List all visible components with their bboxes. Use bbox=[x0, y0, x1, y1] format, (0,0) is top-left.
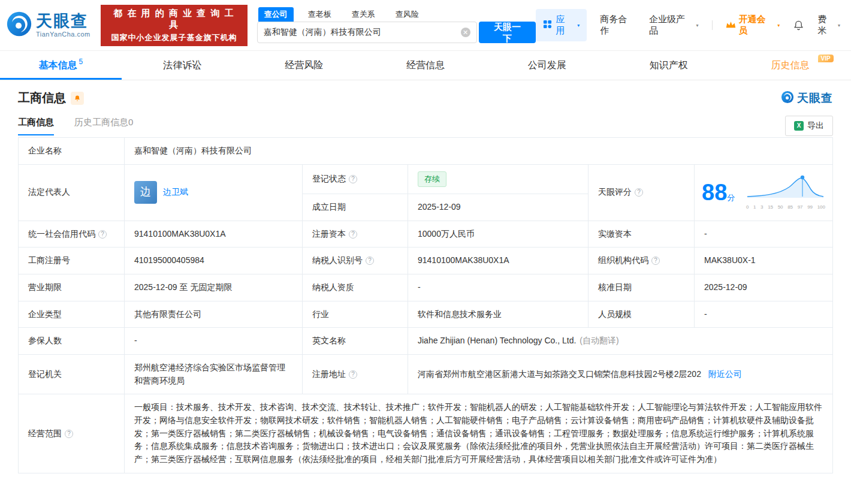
subtab-current-info[interactable]: 工商信息 bbox=[18, 117, 54, 135]
org-code-label: 组织机构代码 bbox=[589, 248, 695, 274]
row-credit-code: 统一社会信用代码 91410100MAK38U0X1A 注册资本 10000万人… bbox=[19, 221, 833, 248]
user-menu[interactable]: 费米 ▾ bbox=[817, 14, 840, 37]
help-icon[interactable] bbox=[635, 188, 643, 197]
company-name-label: 企业名称 bbox=[19, 138, 125, 165]
status-badge: 存续 bbox=[418, 171, 446, 187]
tab-intellectual-property[interactable]: 知识产权 bbox=[608, 51, 729, 80]
score-unit: 分 bbox=[727, 193, 735, 202]
clear-search-icon[interactable]: ✕ bbox=[461, 28, 470, 37]
tab-operating-info[interactable]: 经营信息 bbox=[365, 51, 487, 80]
reg-status-value: 存续 bbox=[408, 164, 589, 194]
insured-label: 参保人数 bbox=[19, 328, 125, 355]
chevron-down-icon: ▾ bbox=[696, 23, 699, 28]
english-name-label: 英文名称 bbox=[303, 328, 408, 355]
auto-translate-note: (自动翻译) bbox=[580, 336, 618, 345]
brand-slogan-banner: 都 在 用 的 商 业 查 询 工 具 国家中小企业发展子基金旗下机构 bbox=[101, 5, 248, 46]
apps-button[interactable]: 应用 ▾ bbox=[536, 9, 587, 41]
search-box[interactable]: ✕ bbox=[257, 22, 477, 43]
industry-label: 行业 bbox=[303, 301, 408, 328]
score-value[interactable]: 88 bbox=[702, 180, 727, 205]
notification-bell-icon[interactable] bbox=[793, 20, 804, 31]
business-cooperation-link[interactable]: 商务合作 bbox=[600, 14, 636, 37]
search-tab-boss[interactable]: 查老板 bbox=[302, 7, 337, 22]
chevron-down-icon: ▾ bbox=[777, 23, 780, 28]
tianyancha-logo-icon bbox=[6, 11, 32, 40]
export-button[interactable]: 导出 bbox=[785, 116, 833, 136]
company-type-label: 企业类型 bbox=[19, 301, 125, 328]
legal-rep-avatar[interactable]: 边 bbox=[134, 181, 157, 204]
search-tabs: 查公司 查老板 查关系 查风险 bbox=[258, 7, 425, 22]
enterprise-product-label: 企业级产品 bbox=[649, 14, 694, 37]
tab-history-info[interactable]: 历史信息 VIP bbox=[729, 51, 851, 80]
search-input[interactable] bbox=[264, 28, 461, 37]
subtab-history-info[interactable]: 历史工商信息0 bbox=[74, 117, 133, 135]
nearby-companies-link[interactable]: 附近公司 bbox=[708, 369, 742, 379]
tab-legal-proceedings[interactable]: 法律诉讼 bbox=[122, 51, 243, 80]
row-business-scope: 经营范围 一般项目：技术服务、技术开发、技术咨询、技术交流、技术转让、技术推广；… bbox=[19, 394, 833, 473]
search-button[interactable]: 天眼一下 bbox=[479, 22, 536, 43]
tab-basic-info[interactable]: 基本信息 5 bbox=[0, 51, 122, 80]
help-icon[interactable] bbox=[349, 370, 357, 379]
watermark-brand-text: 天眼查 bbox=[797, 90, 833, 106]
enterprise-product-link[interactable]: 企业级产品 ▾ bbox=[649, 14, 699, 37]
legal-rep-link[interactable]: 边卫斌 bbox=[163, 186, 188, 199]
org-code-value: MAK38U0X-1 bbox=[695, 248, 833, 274]
insured-value: - bbox=[125, 328, 303, 355]
brand-domain: TianYanCha.com bbox=[36, 31, 90, 38]
taxpayer-id-value: 91410100MAK38U0X1A bbox=[408, 248, 589, 274]
excel-icon bbox=[794, 121, 804, 131]
business-info-subtabs: 工商信息 历史工商信息0 bbox=[18, 117, 133, 135]
row-insured: 参保人数 - 英文名称 Jiahe Zhijian (Henan) Techno… bbox=[19, 328, 833, 355]
reg-number-label: 工商注册号 bbox=[19, 248, 125, 274]
reg-capital-value: 10000万人民币 bbox=[408, 221, 589, 248]
help-icon[interactable] bbox=[349, 230, 357, 239]
score-distribution-chart: 0 1 3 15 50 85 97 99 100 bbox=[746, 174, 825, 211]
help-icon[interactable] bbox=[349, 175, 357, 183]
tab-company-development[interactable]: 公司发展 bbox=[486, 51, 608, 80]
row-company-name: 企业名称 嘉和智健（河南）科技有限公司 bbox=[19, 138, 833, 165]
company-type-value: 其他有限责任公司 bbox=[125, 301, 303, 328]
help-icon[interactable] bbox=[65, 430, 73, 438]
search-tab-relation[interactable]: 查关系 bbox=[346, 7, 381, 22]
help-icon[interactable] bbox=[98, 230, 107, 239]
legal-rep-cell: 边 边卫斌 bbox=[125, 164, 303, 221]
tianyancha-watermark: 天眼查 bbox=[781, 90, 833, 106]
address-label: 注册地址 bbox=[303, 354, 408, 394]
tianyancha-logo[interactable]: 天眼查 TianYanCha.com bbox=[6, 11, 95, 40]
business-registration-table: 企业名称 嘉和智健（河南）科技有限公司 法定代表人 边 边卫斌 登记状态 存续 … bbox=[18, 137, 833, 473]
export-label: 导出 bbox=[807, 120, 824, 131]
crown-icon bbox=[726, 20, 736, 31]
industry-value: 软件和信息技术服务业 bbox=[408, 301, 589, 328]
apps-grid-icon bbox=[543, 20, 552, 31]
top-header: 天眼查 TianYanCha.com 都 在 用 的 商 业 查 询 工 具 国… bbox=[0, 0, 851, 50]
credit-code-value: 91410100MAK38U0X1A bbox=[125, 221, 303, 248]
help-icon[interactable] bbox=[651, 256, 660, 265]
vip-badge: VIP bbox=[818, 55, 834, 62]
open-vip-label: 开通会员 bbox=[739, 14, 775, 37]
search-tab-risk[interactable]: 查风险 bbox=[390, 7, 425, 22]
staff-size-value: - bbox=[695, 301, 833, 328]
chevron-down-icon: ▾ bbox=[577, 23, 580, 28]
score-label: 天眼评分 bbox=[589, 164, 695, 221]
tab-operating-risk[interactable]: 经营风险 bbox=[243, 51, 365, 80]
business-scope-label: 经营范围 bbox=[19, 394, 125, 473]
search-tab-company[interactable]: 查公司 bbox=[258, 7, 294, 22]
reg-number-value: 410195000405984 bbox=[125, 248, 303, 274]
apps-label: 应用 bbox=[556, 14, 574, 37]
tab-basic-info-count: 5 bbox=[79, 58, 83, 66]
paid-capital-label: 实缴资本 bbox=[589, 221, 695, 248]
paid-capital-value: - bbox=[695, 221, 833, 248]
approval-date-label: 核准日期 bbox=[589, 274, 695, 301]
top-right-nav: 应用 ▾ 商务合作 企业级产品 ▾ 开通会员 ▾ 费米 ▾ bbox=[536, 9, 840, 41]
brand-name: 天眼查 bbox=[36, 13, 90, 29]
address-value: 河南省郑州市航空港区新港大道与如茶路交叉口锦荣信息科技园2号楼2层202 附近公… bbox=[408, 354, 833, 394]
business-scope-value: 一般项目：技术服务、技术开发、技术咨询、技术交流、技术转让、技术推广；软件开发；… bbox=[125, 394, 833, 473]
subscribe-bell-icon[interactable] bbox=[71, 92, 84, 105]
username: 费米 bbox=[817, 14, 835, 37]
taxpayer-id-label: 纳税人识别号 bbox=[303, 248, 408, 274]
open-vip-link[interactable]: 开通会员 ▾ bbox=[726, 14, 780, 37]
slogan-line1: 都 在 用 的 商 业 查 询 工 具 bbox=[107, 8, 242, 31]
help-icon[interactable] bbox=[366, 256, 374, 265]
approval-date-value: 2025-12-09 bbox=[695, 274, 833, 301]
row-reg-authority: 登记机关 郑州航空港经济综合实验区市场监督管理和营商环境局 注册地址 河南省郑州… bbox=[19, 354, 833, 394]
